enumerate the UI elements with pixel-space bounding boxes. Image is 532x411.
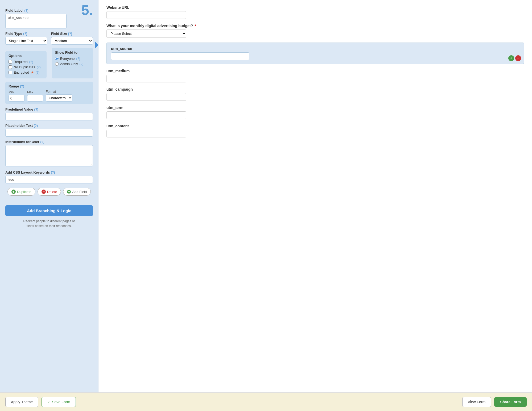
delete-icon: −: [42, 190, 46, 194]
utm-content-input[interactable]: [106, 130, 186, 137]
footer-bar: Apply Theme ✓ Save Form View Form Share …: [0, 392, 532, 411]
encrypted-checkbox[interactable]: [9, 71, 12, 74]
required-help[interactable]: (?): [29, 60, 33, 64]
range-max-col: Max: [27, 90, 43, 102]
branching-description: Redirect people to different pages orfie…: [5, 219, 93, 228]
css-keywords-help[interactable]: (?): [51, 171, 55, 174]
monthly-budget-group: What is your monthly digital advertising…: [106, 24, 524, 38]
arrow-indicator: [95, 41, 98, 49]
utm-source-remove-icon[interactable]: −: [515, 55, 521, 61]
apply-theme-button[interactable]: Apply Theme: [5, 397, 38, 407]
utm-term-label: utm_term: [106, 106, 524, 110]
placeholder-text-group: Placeholder Text (?): [5, 124, 93, 137]
range-format-select[interactable]: Characters Words Bytes: [46, 94, 72, 102]
duplicate-button[interactable]: + Duplicate: [7, 188, 35, 196]
checkmark-icon: ✓: [47, 400, 50, 404]
no-duplicates-checkbox[interactable]: [9, 65, 12, 69]
right-panel: Website URL What is your monthly digital…: [98, 0, 532, 392]
utm-source-input[interactable]: [111, 52, 249, 60]
utm-content-group: utm_content: [106, 124, 524, 137]
admin-only-help[interactable]: (?): [80, 62, 84, 66]
css-keywords-group: Add CSS Layout Keywords (?) hide: [5, 170, 93, 183]
utm-campaign-input[interactable]: [106, 93, 186, 101]
no-duplicates-help[interactable]: (?): [37, 65, 41, 69]
field-label-title: Field Label (?): [5, 9, 93, 12]
website-url-input[interactable]: [106, 11, 186, 19]
show-field-title: Show Field to: [55, 51, 90, 54]
view-form-button[interactable]: View Form: [462, 397, 491, 407]
everyone-radio[interactable]: [55, 57, 59, 60]
range-min-col: Min: [9, 90, 24, 102]
instructions-group: Instructions for User (?): [5, 140, 93, 167]
left-panel: 5. Field Label (?) utm_source Field Type…: [0, 0, 98, 392]
star-icon: ★: [31, 70, 34, 74]
options-title: Options: [9, 54, 43, 58]
add-branching-button[interactable]: Add Branching & Logic: [5, 205, 93, 216]
css-keywords-input[interactable]: hide: [5, 176, 93, 183]
field-number: 5.: [81, 2, 93, 18]
range-help[interactable]: (?): [20, 85, 24, 88]
utm-medium-input[interactable]: [106, 75, 186, 82]
monthly-budget-label: What is your monthly digital advertising…: [106, 24, 524, 28]
required-star: *: [195, 24, 196, 28]
utm-source-actions: + −: [508, 55, 521, 61]
field-size-help[interactable]: (?): [68, 32, 72, 36]
placeholder-help[interactable]: (?): [34, 124, 38, 128]
delete-button[interactable]: − Delete: [38, 188, 61, 196]
share-form-button[interactable]: Share Form: [494, 397, 527, 407]
website-url-label: Website URL: [106, 5, 524, 10]
everyone-help[interactable]: (?): [76, 57, 80, 61]
options-box: Options Required (?) No Duplicates (?) E…: [5, 51, 47, 78]
website-url-group: Website URL: [106, 5, 524, 19]
range-min-input[interactable]: [9, 95, 24, 102]
duplicate-icon: +: [11, 190, 16, 194]
utm-content-label: utm_content: [106, 124, 524, 128]
utm-term-input[interactable]: [106, 111, 186, 119]
field-size-select[interactable]: Small Medium Large: [51, 37, 93, 45]
instructions-textarea[interactable]: [5, 145, 93, 166]
field-label-input[interactable]: utm_source: [5, 14, 67, 28]
utm-medium-group: utm_medium: [106, 69, 524, 82]
field-type-help[interactable]: (?): [23, 32, 27, 36]
utm-source-add-icon[interactable]: +: [508, 55, 514, 61]
utm-campaign-group: utm_campaign: [106, 87, 524, 101]
add-field-button[interactable]: + Add Field: [63, 188, 91, 196]
range-box: Range (?) Min Max Format Characters Word…: [5, 82, 93, 104]
field-size-group: Field Size (?) Small Medium Large: [51, 32, 93, 45]
field-label-help[interactable]: (?): [24, 9, 28, 12]
field-type-group: Field Type (?) Single Line Text Multi Li…: [5, 32, 47, 45]
placeholder-text-input[interactable]: [5, 129, 93, 137]
field-label-group: Field Label (?) utm_source: [5, 9, 93, 28]
utm-term-group: utm_term: [106, 106, 524, 119]
range-max-input[interactable]: [27, 95, 43, 102]
utm-source-section: utm_source + −: [106, 43, 524, 64]
range-format-col: Format Characters Words Bytes: [46, 90, 72, 102]
action-buttons: + Duplicate − Delete + Add Field: [5, 188, 93, 196]
show-field-box: Show Field to Everyone (?) Admin Only (?…: [52, 48, 93, 78]
instructions-help[interactable]: (?): [40, 140, 44, 144]
admin-only-radio[interactable]: [55, 62, 59, 66]
field-type-select[interactable]: Single Line Text Multi Line Text Number …: [5, 37, 47, 45]
predefined-value-group: Predefined Value (?): [5, 107, 93, 120]
required-checkbox[interactable]: [9, 60, 12, 64]
monthly-budget-select[interactable]: Please Select Less than $1,000 $1,000 - …: [106, 30, 186, 38]
predefined-help[interactable]: (?): [34, 108, 38, 111]
utm-medium-label: utm_medium: [106, 69, 524, 73]
predefined-value-input[interactable]: [5, 113, 93, 120]
branching-section: Add Branching & Logic Redirect people to…: [5, 201, 93, 228]
encrypted-help[interactable]: (?): [36, 71, 40, 74]
utm-source-label: utm_source: [111, 47, 519, 51]
add-field-icon: +: [67, 190, 71, 194]
utm-campaign-label: utm_campaign: [106, 87, 524, 91]
save-form-button[interactable]: ✓ Save Form: [42, 397, 76, 407]
